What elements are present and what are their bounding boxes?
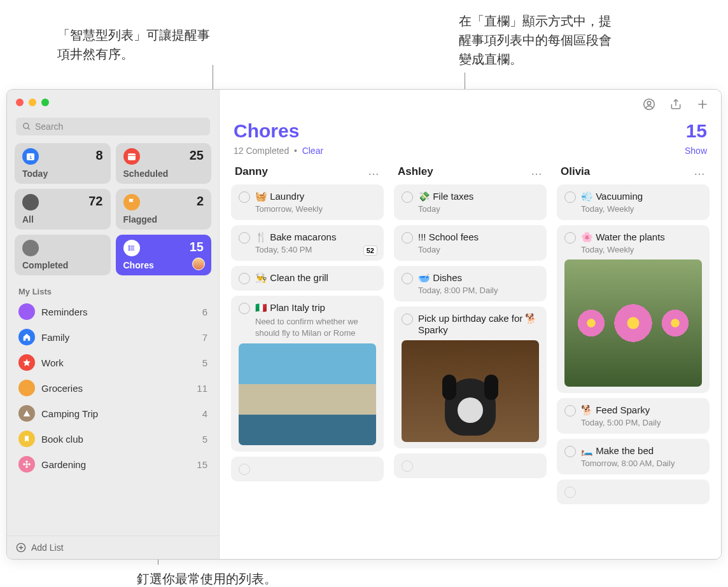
- task-card[interactable]: 🥣 Dishes Today, 8:00 PM, Daily: [394, 266, 547, 301]
- task-title[interactable]: 🧺 Laundry: [255, 191, 376, 202]
- svg-text:1: 1: [29, 155, 32, 160]
- show-completed-link[interactable]: Show: [685, 146, 707, 156]
- task-card[interactable]: 🍴 Bake macarons Today, 5:40 PM52: [231, 225, 384, 261]
- column-more-icon[interactable]: …: [368, 165, 380, 178]
- task-title[interactable]: !!! School fees: [418, 231, 539, 242]
- complete-checkbox[interactable]: [564, 191, 576, 203]
- clear-completed-link[interactable]: Clear: [302, 146, 323, 156]
- share-icon[interactable]: [669, 97, 683, 111]
- task-title[interactable]: Pick up birthday cake for 🐕 Sparky: [418, 313, 539, 335]
- task-card[interactable]: 🇮🇹 Plan Italy trip Need to confirm wheth…: [231, 296, 384, 452]
- task-title[interactable]: 💸 File taxes: [418, 191, 539, 202]
- close-window-button[interactable]: [16, 99, 24, 106]
- complete-checkbox[interactable]: [564, 232, 576, 244]
- sidebar-item-family[interactable]: Family 7: [7, 324, 219, 350]
- task-title[interactable]: 🛏️ Make the bed: [581, 445, 702, 457]
- sidebar-section-title: My Lists: [7, 282, 219, 299]
- task-title[interactable]: 💨 Vacuuming: [581, 191, 702, 202]
- sidebar-item-camping-trip[interactable]: Camping Trip 4: [7, 401, 219, 426]
- add-reminder-icon[interactable]: [696, 97, 710, 111]
- cards-stack: 💸 File taxes Today !!! School fees Today…: [394, 184, 547, 478]
- task-title[interactable]: 🍴 Bake macarons: [255, 231, 376, 243]
- task-card[interactable]: 🧺 Laundry Tomorrow, Weekly: [231, 184, 384, 220]
- list-icon: [123, 240, 140, 256]
- task-image: [402, 340, 539, 442]
- task-card[interactable]: 🌸 Water the plants Today, Weekly: [557, 225, 710, 393]
- cards-stack: 💨 Vacuuming Today, Weekly 🌸 Water the pl…: [557, 184, 710, 504]
- smart-lists-grid: 1 8 Today 25 Scheduled 72 All 2 Flagged …: [7, 143, 219, 282]
- smart-card-all[interactable]: 72 All: [15, 189, 111, 230]
- complete-checkbox[interactable]: [239, 191, 250, 203]
- list-count: 15: [686, 120, 707, 142]
- svg-point-0: [24, 123, 29, 128]
- complete-checkbox[interactable]: [402, 460, 413, 472]
- column-danny: Danny … 🧺 Laundry Tomorrow, Weekly 🍴 Bak…: [231, 162, 384, 553]
- smart-card-label: Today: [22, 169, 103, 179]
- task-note: Need to confirm whether we should fly to…: [255, 316, 376, 338]
- svg-point-21: [29, 390, 30, 392]
- task-card[interactable]: 👨‍🍳 Clean the grill: [231, 266, 384, 291]
- complete-checkbox[interactable]: [402, 314, 413, 325]
- task-title[interactable]: 🐕 Feed Sparky: [581, 404, 702, 416]
- smart-card-count: 25: [190, 148, 204, 163]
- smart-card-label: All: [22, 214, 103, 224]
- complete-checkbox[interactable]: [239, 232, 250, 244]
- svg-point-17: [24, 310, 24, 310]
- sidebar-item-count: 7: [202, 332, 207, 343]
- sidebar-item-gardening[interactable]: Gardening 15: [7, 452, 219, 477]
- complete-checkbox[interactable]: [402, 273, 413, 284]
- minimize-window-button[interactable]: [29, 99, 36, 106]
- smart-card-scheduled[interactable]: 25 Scheduled: [116, 143, 212, 184]
- empty-task-card[interactable]: [231, 457, 384, 481]
- smart-card-count: 15: [190, 240, 204, 254]
- empty-task-card[interactable]: [394, 453, 547, 478]
- complete-checkbox[interactable]: [239, 273, 250, 284]
- smart-card-count: 2: [197, 194, 204, 209]
- task-title[interactable]: 🥣 Dishes: [418, 272, 539, 284]
- column-more-icon[interactable]: …: [694, 165, 706, 178]
- calendar-icon: [123, 148, 140, 165]
- complete-checkbox[interactable]: [564, 487, 576, 498]
- task-card[interactable]: Pick up birthday cake for 🐕 Sparky: [394, 307, 547, 448]
- svg-point-26: [28, 463, 31, 466]
- complete-checkbox[interactable]: [239, 303, 250, 314]
- sidebar-lists: Reminders 6 Family 7 Work 5 Groceries 11…: [7, 299, 219, 535]
- sidebar-item-label: Family: [41, 332, 196, 343]
- task-card[interactable]: 💨 Vacuuming Today, Weekly: [557, 184, 710, 220]
- task-card[interactable]: 💸 File taxes Today: [394, 184, 547, 220]
- task-title[interactable]: 👨‍🍳 Clean the grill: [255, 272, 376, 284]
- task-meta: Today, Weekly: [581, 245, 702, 254]
- sidebar-item-book-club[interactable]: Book club 5: [7, 426, 219, 452]
- completed-row: 12 Completed • Clear Show: [220, 146, 721, 162]
- sidebar-item-groceries[interactable]: Groceries 11: [7, 375, 219, 401]
- task-card[interactable]: !!! School fees Today: [394, 225, 547, 261]
- column-more-icon[interactable]: …: [531, 165, 543, 178]
- task-title[interactable]: 🌸 Water the plants: [581, 231, 702, 243]
- complete-checkbox[interactable]: [564, 405, 576, 417]
- complete-checkbox[interactable]: [402, 191, 413, 203]
- smart-card-flagged[interactable]: 2 Flagged: [116, 189, 212, 230]
- smart-card-completed[interactable]: Completed: [15, 235, 111, 275]
- empty-task-card[interactable]: [557, 480, 710, 504]
- calendar-badge: 52: [363, 245, 377, 256]
- task-card[interactable]: 🐕 Feed Sparky Today, 5:00 PM, Daily: [557, 398, 710, 434]
- search-input[interactable]: Search: [16, 118, 210, 135]
- task-card[interactable]: 🛏️ Make the bed Tomorrow, 8:00 AM, Daily: [557, 439, 710, 474]
- smart-card-chores[interactable]: 15 Chores: [116, 235, 212, 275]
- fullscreen-window-button[interactable]: [41, 99, 49, 106]
- window-controls: [7, 90, 219, 115]
- collaborate-icon[interactable]: [642, 97, 656, 111]
- svg-point-25: [23, 463, 25, 466]
- shared-avatar: [192, 258, 205, 270]
- sidebar-item-label: Gardening: [41, 459, 190, 470]
- smart-card-today[interactable]: 1 8 Today: [15, 143, 111, 184]
- column-header: Danny …: [231, 162, 384, 184]
- sidebar-item-reminders[interactable]: Reminders 6: [7, 299, 219, 324]
- task-title[interactable]: 🇮🇹 Plan Italy trip: [255, 302, 376, 314]
- sidebar-item-work[interactable]: Work 5: [7, 350, 219, 375]
- add-list-button[interactable]: Add List: [7, 535, 219, 559]
- complete-checkbox[interactable]: [402, 232, 413, 244]
- complete-checkbox[interactable]: [564, 446, 576, 457]
- smart-card-label: Completed: [22, 260, 103, 270]
- complete-checkbox[interactable]: [239, 464, 250, 475]
